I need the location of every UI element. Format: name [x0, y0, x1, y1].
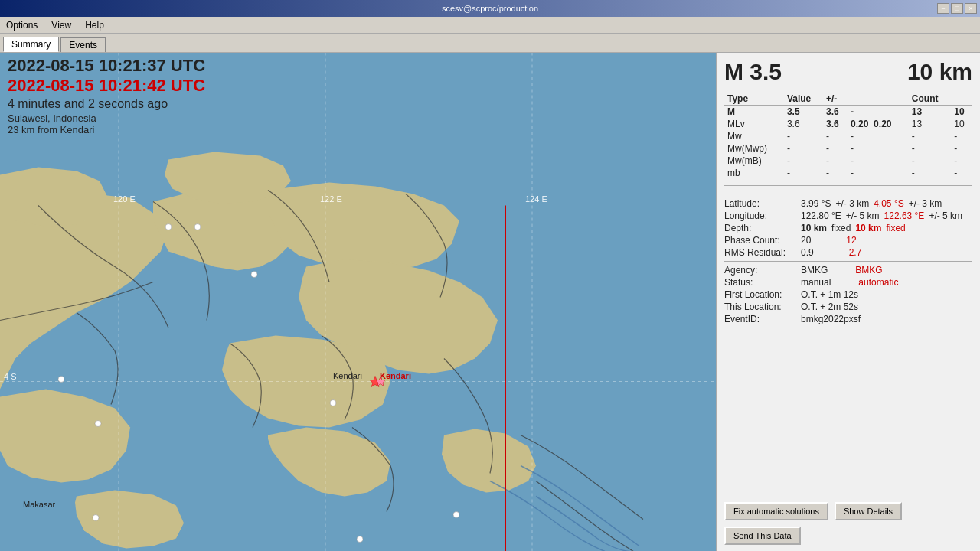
col-type: Type: [724, 93, 784, 106]
agency-label: Agency:: [724, 265, 801, 276]
count-MLv-2: 10: [951, 118, 972, 130]
pm-MwMwp: -: [848, 142, 909, 155]
count-Mw-2: -: [951, 130, 972, 142]
eventid-label: EventID:: [724, 314, 801, 324]
menubar: Options View Help: [0, 17, 980, 34]
depth-val2: 10 km: [855, 223, 881, 233]
svg-point-20: [95, 421, 101, 427]
map-panel[interactable]: 120 E 122 E 124 E 4 S Kendari Kendari Ma…: [0, 53, 716, 551]
svg-text:Makasar: Makasar: [23, 500, 56, 509]
depth-val1: 10 km: [801, 223, 827, 233]
this-location-label: This Location:: [724, 302, 801, 312]
svg-text:Kendari: Kendari: [380, 371, 411, 380]
button-row: Fix automatic solutions Show Details: [724, 496, 972, 520]
status-val2: automatic: [858, 277, 898, 288]
val-M-1: 3.5: [784, 106, 823, 119]
pm-M: -: [848, 106, 909, 119]
titlebar-buttons: − □ ×: [937, 3, 977, 14]
svg-point-24: [453, 512, 459, 518]
longitude-val2: 122.63 °E: [884, 210, 925, 221]
tab-bar: Summary Events: [0, 34, 980, 52]
val-MwMwp-2: -: [823, 142, 848, 155]
val-MwMwp-1: -: [784, 142, 823, 155]
first-location-row: First Location: O.T. + 1m 12s: [724, 289, 972, 300]
val-MwmB-1: -: [784, 155, 823, 167]
count-MwMwp-1: -: [909, 142, 951, 155]
phase-count-val1: 20: [801, 235, 811, 246]
tab-summary[interactable]: Summary: [3, 37, 59, 52]
count-MwmB-2: -: [951, 155, 972, 167]
titlebar-title: scesv@scproc/production: [442, 4, 538, 13]
main-content: 120 E 122 E 124 E 4 S Kendari Kendari Ma…: [0, 52, 980, 551]
val-mb-2: -: [823, 167, 848, 179]
status-label: Status:: [724, 277, 801, 288]
fix-button[interactable]: Fix automatic solutions: [724, 502, 828, 520]
val-MLv-1: 3.6: [784, 118, 823, 130]
event-distance: 23 km from Kendari: [8, 124, 205, 135]
svg-point-19: [58, 377, 64, 383]
count-M-2: 10: [951, 106, 972, 119]
svg-point-23: [330, 400, 336, 406]
longitude-pm1: +/- 5 km: [846, 210, 880, 221]
divider: [724, 185, 972, 186]
count-mb-2: -: [951, 167, 972, 179]
first-location-label: First Location:: [724, 289, 801, 300]
first-location-val: O.T. + 1m 12s: [801, 289, 858, 300]
table-row: mb - - - - -: [724, 167, 972, 179]
latitude-pm1: +/- 3 km: [836, 198, 870, 209]
svg-text:122 E: 122 E: [320, 194, 342, 204]
count-MwmB-1: -: [909, 155, 951, 167]
latitude-row: Latitude: 3.99 °S +/- 3 km 4.05 °S +/- 3…: [724, 198, 972, 209]
tab-events[interactable]: Events: [60, 37, 106, 52]
phase-count-row: Phase Count: 20 12: [724, 235, 972, 246]
event-age: 4 minutes and 2 seconds ago: [8, 97, 205, 111]
menu-view[interactable]: View: [48, 20, 74, 31]
type-Mw: Mw: [724, 130, 784, 142]
col-pm2: [848, 93, 909, 106]
rms-val1: 0.9: [801, 247, 814, 258]
agency-row: Agency: BMKG BMKG: [724, 265, 972, 276]
depth-row: Depth: 10 km fixed 10 km fixed: [724, 223, 972, 233]
close-button[interactable]: ×: [965, 3, 977, 14]
val-Mw-1: -: [784, 130, 823, 142]
svg-point-17: [165, 224, 172, 230]
table-row: MLv 3.6 3.6 0.20 0.20 13 10: [724, 118, 972, 130]
count-M-1: 13: [909, 106, 951, 119]
menu-options[interactable]: Options: [3, 20, 41, 31]
count-mb-1: -: [909, 167, 951, 179]
event-info: 2022-08-15 10:21:37 UTC 2022-08-15 10:21…: [8, 56, 205, 135]
status-val1: manual: [801, 277, 831, 288]
val-Mw-2: -: [823, 130, 848, 142]
magnitude-display: M 3.5: [724, 59, 782, 85]
val-mb-1: -: [784, 167, 823, 179]
rms-row: RMS Residual: 0.9 2.7: [724, 247, 972, 258]
status-row: Status: manual automatic: [724, 277, 972, 288]
type-MLv: MLv: [724, 118, 784, 130]
send-button[interactable]: Send This Data: [724, 527, 801, 545]
svg-text:120 E: 120 E: [113, 194, 136, 204]
val-MLv-2: 3.6: [823, 118, 848, 130]
pm-mb: -: [848, 167, 909, 179]
rms-label: RMS Residual:: [724, 247, 801, 258]
restore-button[interactable]: □: [951, 3, 963, 14]
svg-text:4 S: 4 S: [4, 372, 17, 381]
agency-val1: BMKG: [801, 265, 828, 276]
this-location-val: O.T. + 2m 52s: [801, 302, 858, 312]
col-count2: [951, 93, 972, 106]
depth-fixed1: fixed: [831, 223, 851, 233]
show-details-button[interactable]: Show Details: [835, 502, 902, 520]
svg-text:124 E: 124 E: [525, 194, 547, 204]
val-M-2: 3.6: [823, 106, 848, 119]
event-location: Sulawesi, Indonesia: [8, 112, 205, 124]
phase-count-val2: 12: [846, 235, 856, 246]
event-time-secondary: 2022-08-15 10:21:42 UTC: [8, 76, 205, 96]
minimize-button[interactable]: −: [937, 3, 949, 14]
pm-Mw: -: [848, 130, 909, 142]
this-location-row: This Location: O.T. + 2m 52s: [724, 302, 972, 312]
longitude-label: Longitude:: [724, 210, 801, 221]
latitude-label: Latitude:: [724, 198, 801, 209]
menu-help[interactable]: Help: [82, 20, 107, 31]
divider2: [724, 261, 972, 262]
send-row: Send This Data: [724, 527, 972, 545]
rms-val2: 2.7: [849, 247, 862, 258]
